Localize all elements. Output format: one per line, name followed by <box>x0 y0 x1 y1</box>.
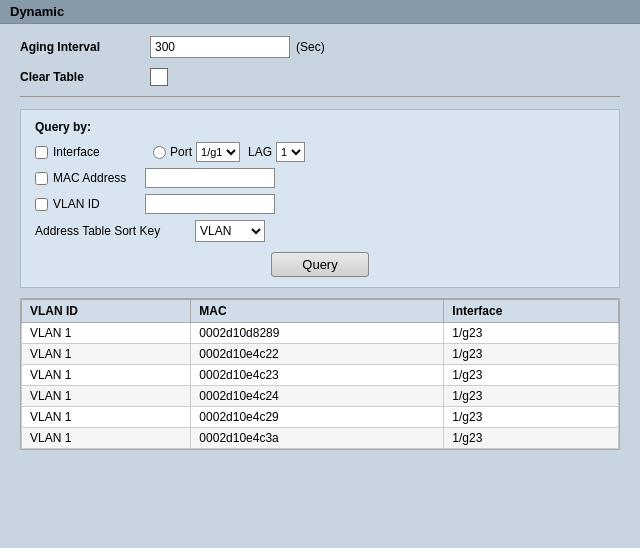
port-radio-group: Port 1/g1 LAG 1 <box>153 142 313 162</box>
lag-label: LAG <box>248 145 272 159</box>
results-table: VLAN ID MAC Interface VLAN 10002d10d8289… <box>21 299 619 449</box>
clear-table-label: Clear Table <box>20 70 150 84</box>
query-button[interactable]: Query <box>271 252 368 277</box>
table-body: VLAN 10002d10d82891/g23VLAN 10002d10e4c2… <box>22 323 619 449</box>
sort-key-row: Address Table Sort Key VLAN MAC Interfac… <box>35 220 605 242</box>
aging-interval-label: Aging Interval <box>20 40 150 54</box>
interface-row: Interface Port 1/g1 LAG 1 <box>35 142 605 162</box>
port-select[interactable]: 1/g1 <box>196 142 240 162</box>
cell-interface: 1/g23 <box>444 407 619 428</box>
clear-table-checkbox[interactable] <box>150 68 168 86</box>
table-row: VLAN 10002d10e4c291/g23 <box>22 407 619 428</box>
cell-mac: 0002d10e4c24 <box>191 386 444 407</box>
cell-mac: 0002d10e4c29 <box>191 407 444 428</box>
sort-key-select[interactable]: VLAN MAC Interface <box>195 220 265 242</box>
query-by-label: Query by: <box>35 120 605 134</box>
cell-mac: 0002d10d8289 <box>191 323 444 344</box>
cell-interface: 1/g23 <box>444 344 619 365</box>
aging-interval-input[interactable] <box>150 36 290 58</box>
page-title: Dynamic <box>10 4 64 19</box>
mac-address-input[interactable] <box>145 168 275 188</box>
vlan-id-label: VLAN ID <box>35 197 145 211</box>
cell-interface: 1/g23 <box>444 386 619 407</box>
cell-vlan: VLAN 1 <box>22 407 191 428</box>
content-area: Aging Interval (Sec) Clear Table Query b… <box>0 24 640 462</box>
cell-interface: 1/g23 <box>444 365 619 386</box>
vlan-id-checkbox[interactable] <box>35 198 48 211</box>
port-radio[interactable] <box>153 146 166 159</box>
interface-checkbox[interactable] <box>35 146 48 159</box>
section-title: Dynamic <box>0 0 640 24</box>
sort-key-label: Address Table Sort Key <box>35 224 195 238</box>
cell-vlan: VLAN 1 <box>22 323 191 344</box>
query-button-row: Query <box>35 252 605 277</box>
table-header-row: VLAN ID MAC Interface <box>22 300 619 323</box>
cell-mac: 0002d10e4c3a <box>191 428 444 449</box>
table-row: VLAN 10002d10d82891/g23 <box>22 323 619 344</box>
table-row: VLAN 10002d10e4c221/g23 <box>22 344 619 365</box>
mac-address-row: MAC Address <box>35 168 605 188</box>
cell-interface: 1/g23 <box>444 428 619 449</box>
mac-address-checkbox[interactable] <box>35 172 48 185</box>
cell-mac: 0002d10e4c23 <box>191 365 444 386</box>
table-row: VLAN 10002d10e4c231/g23 <box>22 365 619 386</box>
cell-vlan: VLAN 1 <box>22 344 191 365</box>
sec-label: (Sec) <box>296 40 325 54</box>
cell-vlan: VLAN 1 <box>22 365 191 386</box>
mac-address-label: MAC Address <box>35 171 145 185</box>
divider <box>20 96 620 97</box>
cell-mac: 0002d10e4c22 <box>191 344 444 365</box>
col-interface: Interface <box>444 300 619 323</box>
clear-table-row: Clear Table <box>20 68 620 86</box>
port-label: Port <box>170 145 192 159</box>
interface-label: Interface <box>35 145 145 159</box>
col-vlan-id: VLAN ID <box>22 300 191 323</box>
query-section: Query by: Interface Port 1/g1 LAG 1 <box>20 109 620 288</box>
results-table-container: VLAN ID MAC Interface VLAN 10002d10d8289… <box>20 298 620 450</box>
table-row: VLAN 10002d10e4c3a1/g23 <box>22 428 619 449</box>
col-mac: MAC <box>191 300 444 323</box>
cell-vlan: VLAN 1 <box>22 386 191 407</box>
table-row: VLAN 10002d10e4c241/g23 <box>22 386 619 407</box>
cell-interface: 1/g23 <box>444 323 619 344</box>
page-container: Dynamic Aging Interval (Sec) Clear Table… <box>0 0 640 548</box>
vlan-id-input[interactable] <box>145 194 275 214</box>
lag-select[interactable]: 1 <box>276 142 305 162</box>
aging-interval-row: Aging Interval (Sec) <box>20 36 620 58</box>
cell-vlan: VLAN 1 <box>22 428 191 449</box>
vlan-id-row: VLAN ID <box>35 194 605 214</box>
